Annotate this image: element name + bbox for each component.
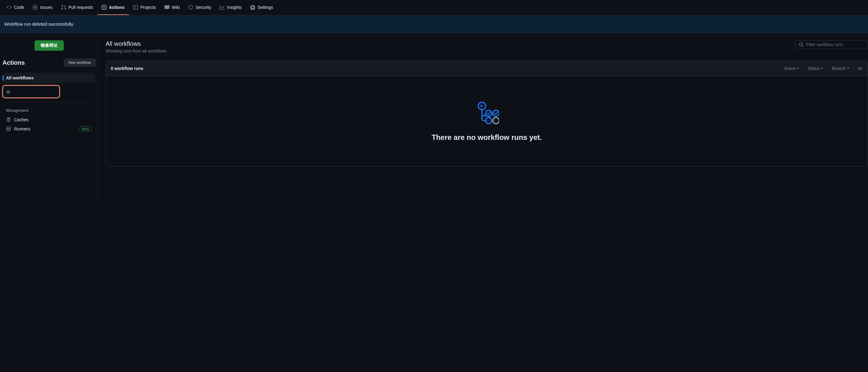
new-workflow-button[interactable]: New workflow	[64, 59, 96, 66]
empty-illustration	[118, 101, 856, 126]
repo-nav: Code Issues Pull requests Actions Projec…	[0, 0, 868, 15]
svg-point-7	[493, 118, 499, 124]
beta-badge: Beta	[79, 126, 92, 131]
mgmt-label: Caches	[14, 117, 28, 122]
svg-point-6	[490, 120, 491, 121]
server-icon	[6, 126, 11, 131]
play-icon	[102, 5, 106, 10]
shield-icon	[188, 5, 193, 10]
svg-point-0	[34, 6, 36, 8]
runs-filters: Event Status Branch Ac	[785, 66, 863, 71]
svg-point-4	[486, 118, 492, 124]
mirror-url-button[interactable]: 镜像网址	[34, 40, 64, 51]
sidebar-title: Actions	[2, 59, 25, 66]
nav-code[interactable]: Code	[2, 0, 28, 15]
runs-box: 0 workflow runs Event Status Branch	[105, 61, 868, 167]
nav-settings[interactable]: Settings	[246, 0, 277, 15]
sidebar-item-caches[interactable]: Caches	[2, 115, 96, 124]
page-title: All workflows	[105, 40, 167, 47]
nav-label: Projects	[141, 5, 156, 10]
nav-label: Settings	[257, 5, 273, 10]
book-icon	[164, 5, 169, 10]
project-icon	[133, 5, 138, 10]
nav-label: Issues	[40, 5, 52, 10]
divider	[4, 102, 94, 102]
svg-point-5	[487, 120, 488, 121]
nav-projects[interactable]: Projects	[129, 0, 160, 15]
sidebar-item-ci[interactable]: ci	[2, 85, 60, 98]
svg-point-3	[493, 110, 499, 116]
issue-icon	[33, 5, 37, 10]
nav-label: Actions	[109, 5, 125, 10]
svg-point-2	[486, 110, 492, 116]
sidebar: 镜像网址 Actions New workflow All workflows …	[0, 33, 98, 204]
gear-icon	[250, 5, 255, 10]
nav-label: Wiki	[172, 5, 180, 10]
database-icon	[6, 117, 11, 122]
filter-event[interactable]: Event	[785, 66, 799, 71]
nav-label: Code	[14, 5, 24, 10]
flash-message: Workflow run deleted successfully.	[0, 15, 868, 33]
chevron-down-icon	[821, 68, 824, 69]
nav-wiki[interactable]: Wiki	[160, 0, 184, 15]
nav-insights[interactable]: Insights	[215, 0, 246, 15]
sidebar-item-all-workflows[interactable]: All workflows	[2, 73, 96, 83]
page-subtitle: Showing runs from all workflows	[105, 49, 167, 53]
nav-actions[interactable]: Actions	[97, 0, 129, 15]
nav-security[interactable]: Security	[184, 0, 215, 15]
nav-label: Insights	[227, 5, 242, 10]
nav-label: Security	[196, 5, 211, 10]
graph-icon	[220, 5, 225, 10]
code-icon	[7, 5, 11, 10]
chevron-down-icon	[797, 68, 799, 69]
nav-issues[interactable]: Issues	[28, 0, 57, 15]
chevron-down-icon	[847, 68, 849, 69]
filter-status[interactable]: Status	[808, 66, 824, 71]
nav-label: Pull requests	[68, 5, 93, 10]
workflow-list: All workflows ci	[2, 73, 96, 98]
search-icon	[799, 42, 804, 47]
empty-state: There are no workflow runs yet.	[106, 76, 868, 166]
runs-count: 0 workflow runs	[111, 66, 144, 71]
management-section-label: Management	[2, 106, 96, 115]
empty-title: There are no workflow runs yet.	[118, 133, 856, 142]
search-input[interactable]	[806, 42, 864, 47]
runs-header: 0 workflow runs Event Status Branch	[106, 61, 868, 76]
nav-pull-requests[interactable]: Pull requests	[57, 0, 97, 15]
main-content: All workflows Showing runs from all work…	[98, 33, 868, 204]
filter-actor[interactable]: Ac	[858, 66, 863, 71]
search-box[interactable]	[795, 40, 868, 49]
pr-icon	[61, 5, 66, 10]
mgmt-label: Runners	[14, 126, 30, 131]
filter-branch[interactable]: Branch	[832, 66, 849, 71]
sidebar-item-runners[interactable]: Runners Beta	[2, 124, 96, 134]
